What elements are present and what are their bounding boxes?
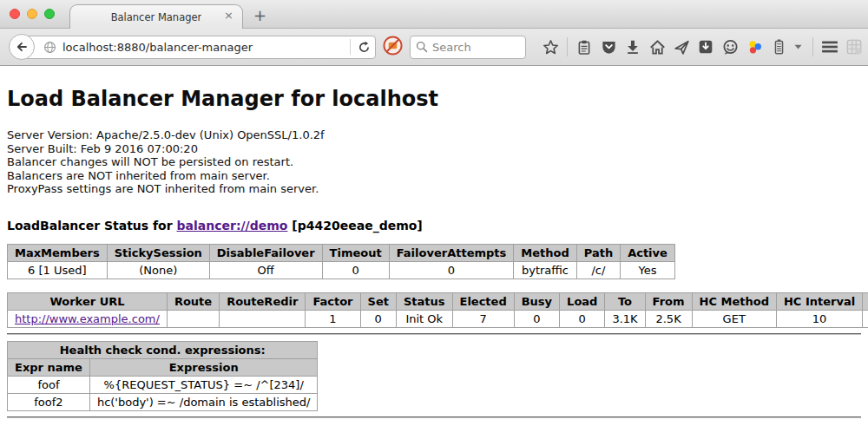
- col-stickysession: StickySession: [107, 244, 209, 261]
- url-bar[interactable]: [22, 36, 376, 59]
- col-to: To: [605, 292, 645, 310]
- passes-cell: 1 (0): [863, 310, 868, 327]
- new-tab-button[interactable]: +: [253, 6, 266, 24]
- bookmark-star-icon[interactable]: [542, 37, 559, 56]
- search-bar[interactable]: [410, 36, 526, 59]
- back-button[interactable]: [9, 34, 35, 60]
- col-load: Load: [560, 292, 605, 310]
- status-cell: Init Ok: [396, 310, 452, 327]
- col-busy: Busy: [514, 292, 559, 310]
- downloads-icon[interactable]: [624, 37, 641, 56]
- worker-status-table: Worker URL Route RouteRedir Factor Set S…: [7, 292, 868, 328]
- table-header-row: MaxMembers StickySession DisableFailover…: [8, 244, 675, 261]
- col-hc-interval: HC Interval: [776, 292, 862, 310]
- tab-title: Balancer Manager: [111, 11, 202, 23]
- toolbar-divider: [567, 37, 568, 56]
- battery-status-icon[interactable]: [770, 37, 787, 56]
- elected-cell: 7: [452, 310, 514, 327]
- expression-cell: hc('body') =~ /domain is established/: [89, 393, 318, 410]
- hc-interval-cell: 10: [776, 310, 862, 327]
- table-row: http://www.example.com/ 1 0 Init Ok 7 0 …: [8, 310, 868, 327]
- window-controls: [10, 9, 55, 19]
- worker-url-cell: http://www.example.com/: [8, 310, 168, 327]
- minimize-window-button[interactable]: [27, 9, 37, 19]
- col-method: Method: [514, 244, 576, 261]
- save-to-box-icon[interactable]: [697, 37, 714, 56]
- health-check-table: Health check cond. expressions: Expr nam…: [7, 341, 318, 411]
- home-icon[interactable]: [648, 37, 666, 56]
- table-row: foof2 hc('body') =~ /domain is establish…: [8, 393, 318, 410]
- search-input[interactable]: [432, 41, 515, 54]
- table-title-row: Health check cond. expressions:: [8, 341, 318, 358]
- server-built-line: Server Built: Feb 9 2016 07:00:20: [7, 142, 861, 156]
- col-expression: Expression: [89, 358, 318, 376]
- expr-name-cell: foof: [8, 376, 90, 393]
- tab-balancer-manager[interactable]: Balancer Manager ×: [69, 4, 243, 29]
- search-icon: [416, 41, 428, 53]
- failoverattempts-value: 0: [389, 261, 514, 279]
- col-route: Route: [167, 292, 219, 310]
- page-title: Load Balancer Manager for localhost: [7, 87, 861, 111]
- col-hc-method: HC Method: [692, 292, 776, 310]
- hc-method-cell: GET: [692, 310, 776, 327]
- expression-cell: %{REQUEST_STATUS} =~ /^[234]/: [89, 376, 318, 393]
- worker-url-link[interactable]: http://www.example.com/: [15, 312, 160, 325]
- status-heading-suffix: [p4420eeae_demo]: [287, 219, 422, 233]
- inherit-notice-line: Balancers are NOT inherited from main se…: [7, 169, 861, 183]
- from-cell: 2.5K: [645, 310, 692, 327]
- extension-grid-icon[interactable]: [845, 37, 863, 56]
- multi-color-dots-icon[interactable]: [746, 37, 763, 56]
- balancer-settings-table: MaxMembers StickySession DisableFailover…: [7, 244, 675, 279]
- col-status: Status: [396, 292, 452, 310]
- dropdown-caret-icon[interactable]: [789, 37, 806, 56]
- close-window-button[interactable]: [10, 9, 20, 19]
- clipboard-icon[interactable]: [575, 37, 593, 56]
- server-version-line: Server Version: Apache/2.5.0-dev (Unix) …: [7, 128, 861, 142]
- col-expr-name: Expr name: [8, 358, 90, 376]
- menu-hamburger-icon[interactable]: [821, 37, 838, 56]
- proxypass-notice-line: ProxyPass settings are NOT inherited fro…: [7, 182, 861, 196]
- col-worker-url: Worker URL: [8, 292, 168, 310]
- feedback-smiley-icon[interactable]: [721, 37, 739, 56]
- reload-button[interactable]: [352, 41, 375, 54]
- health-check-title: Health check cond. expressions:: [8, 341, 318, 358]
- navigation-toolbar: [0, 29, 868, 66]
- busy-cell: 0: [514, 310, 559, 327]
- pocket-icon[interactable]: [600, 37, 617, 56]
- divider: [7, 416, 861, 418]
- balancer-manager-page: Load Balancer Manager for localhost Serv…: [0, 66, 868, 426]
- method-value: bytraffic: [514, 261, 576, 279]
- expr-name-cell: foof2: [8, 393, 90, 410]
- route-cell: [167, 310, 219, 327]
- disablefailover-value: Off: [209, 261, 322, 279]
- divider: [7, 333, 861, 335]
- maxmembers-value: 6 [1 Used]: [8, 261, 108, 279]
- browser-chrome: Balancer Manager × +: [0, 0, 868, 66]
- tab-close-icon[interactable]: ×: [224, 10, 233, 21]
- load-cell: 0: [560, 310, 605, 327]
- col-timeout: Timeout: [322, 244, 389, 261]
- timeout-value: 0: [322, 261, 389, 279]
- status-heading-prefix: LoadBalancer Status for: [7, 219, 177, 233]
- set-cell: 0: [360, 310, 396, 327]
- url-input[interactable]: [62, 41, 348, 54]
- to-cell: 3.1K: [605, 310, 645, 327]
- globe-icon: [43, 41, 56, 54]
- titlebar: Balancer Manager × +: [0, 0, 868, 29]
- back-arrow-icon: [15, 40, 29, 54]
- table-header-row: Expr name Expression: [8, 358, 318, 376]
- path-value: /c/: [576, 261, 620, 279]
- send-icon[interactable]: [673, 37, 690, 56]
- col-set: Set: [360, 292, 396, 310]
- loadbalancer-status-heading: LoadBalancer Status for balancer://demo …: [7, 219, 861, 233]
- col-active: Active: [621, 244, 675, 261]
- toolbar-icons: [538, 37, 866, 56]
- col-failoverattempts: FailoverAttempts: [389, 244, 514, 261]
- balancer-demo-link[interactable]: balancer://demo: [177, 219, 288, 233]
- col-from: From: [645, 292, 692, 310]
- col-path: Path: [576, 244, 620, 261]
- table-header-row: Worker URL Route RouteRedir Factor Set S…: [8, 292, 868, 310]
- toolbar-divider: [812, 37, 813, 56]
- blocked-content-icon[interactable]: [383, 36, 403, 59]
- zoom-window-button[interactable]: [44, 9, 55, 19]
